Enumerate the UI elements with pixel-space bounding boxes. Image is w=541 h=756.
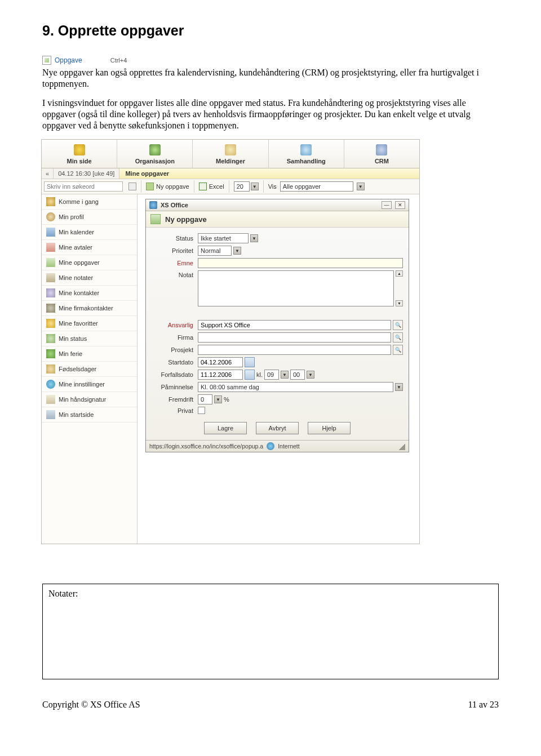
page-footer: Copyright © XS Office AS 11 av 23 <box>42 700 499 710</box>
minimize-button[interactable]: — <box>382 201 392 209</box>
pct-label: % <box>224 396 229 403</box>
note-icon <box>46 273 55 282</box>
emne-input[interactable] <box>198 258 403 268</box>
prioritet-value: Normal <box>201 247 220 254</box>
lagre-button[interactable]: Lagre <box>204 422 247 434</box>
chevron-down-icon[interactable]: ▼ <box>214 395 222 403</box>
new-task-button[interactable]: Ny oppgave <box>141 180 194 193</box>
sidebar-item-min-ferie[interactable]: Min ferie <box>42 346 137 362</box>
chevron-down-icon[interactable]: ▼ <box>251 183 259 190</box>
sidebar-item-mine-favoritter[interactable]: Mine favoritter <box>42 316 137 331</box>
ansvarlig-input[interactable] <box>198 320 391 330</box>
startpage-icon <box>46 410 55 419</box>
minute-select[interactable]: 00 <box>290 370 305 380</box>
tab-label: Min side <box>67 158 92 164</box>
label-fremdrift: Fremdrift <box>152 396 198 403</box>
avbryt-button[interactable]: Avbryt <box>256 422 299 434</box>
binoculars-icon: 🔍 <box>395 322 401 328</box>
tab-samhandling[interactable]: Samhandling <box>269 140 344 168</box>
filter-select[interactable]: Alle oppgaver <box>280 181 353 192</box>
tab-organisasjon[interactable]: Organisasjon <box>117 140 193 168</box>
prosjekt-input[interactable] <box>198 345 391 355</box>
sidebar-item-min-status[interactable]: Min status <box>42 331 137 346</box>
fremdrift-select[interactable]: 0 <box>198 394 212 404</box>
minute-value: 00 <box>293 371 300 378</box>
task-icon <box>42 56 51 65</box>
date-bar: « 04.12 16:30 [uke 49] Mine oppgaver <box>42 168 419 179</box>
close-button[interactable]: ✕ <box>395 201 405 209</box>
notat-textarea[interactable] <box>198 270 394 306</box>
search-button[interactable] <box>124 180 141 193</box>
startdato-input[interactable] <box>198 357 243 367</box>
sidebar-item-mine-kontakter[interactable]: Mine kontakter <box>42 286 137 301</box>
app-frame: Min side Organisasjon Meldinger Samhandl… <box>41 139 420 544</box>
task-icon <box>150 214 161 224</box>
sidebar: Komme i gang Min profil Min kalender Min… <box>42 194 138 544</box>
tab-crm[interactable]: CRM <box>344 140 419 168</box>
page-size-value: 20 <box>237 183 243 190</box>
status-zone: Internett <box>278 443 300 450</box>
sidebar-item-min-kalender[interactable]: Min kalender <box>42 225 137 240</box>
sidebar-item-min-profil[interactable]: Min profil <box>42 210 137 225</box>
lookup-button[interactable]: 🔍 <box>393 332 403 343</box>
paminnelse-select[interactable]: Kl. 08:00 samme dag <box>198 382 393 392</box>
status-select[interactable]: Ikke startet <box>198 233 249 243</box>
status-value: Ikke startet <box>201 235 231 242</box>
sidebar-item-label: Min startside <box>59 411 94 418</box>
scroll-up-icon[interactable]: ▲ <box>396 270 403 277</box>
hour-select[interactable]: 09 <box>264 370 279 380</box>
sidebar-item-mine-firmakontakter[interactable]: Mine firmakontakter <box>42 301 137 316</box>
tab-label: Organisasjon <box>135 158 175 164</box>
sidebar-item-label: Min profil <box>59 214 84 220</box>
sidebar-item-fodselsdager[interactable]: Fødselsdager <box>42 362 137 377</box>
forfallsdato-input[interactable] <box>198 370 243 380</box>
chevron-down-icon[interactable]: ▼ <box>307 371 314 379</box>
notes-box: Notater: <box>42 584 499 679</box>
vacation-icon <box>46 349 55 358</box>
calendar-icon[interactable] <box>245 370 255 380</box>
chevron-down-icon[interactable]: ▼ <box>281 371 289 379</box>
resize-handle-icon[interactable] <box>397 442 405 450</box>
chevron-down-icon[interactable]: ▼ <box>233 247 241 255</box>
sidebar-item-mine-notater[interactable]: Mine notater <box>42 270 137 286</box>
filter-value: Alle oppgaver <box>283 183 321 190</box>
footer-copyright: Copyright © XS Office AS <box>42 700 140 710</box>
label-prioritet: Prioritet <box>152 247 198 254</box>
status-url: https://login.xsoffice.no/inc/xsoffice/p… <box>149 443 263 450</box>
sidebar-item-mine-oppgaver[interactable]: Mine oppgaver <box>42 255 137 270</box>
scroll-down-icon[interactable]: ▼ <box>396 300 403 306</box>
calendar-icon[interactable] <box>245 357 255 367</box>
search-input[interactable] <box>44 181 123 192</box>
collab-icon <box>300 144 312 155</box>
chevron-down-icon[interactable]: ▼ <box>395 383 403 391</box>
label-emne: Emne <box>152 260 198 266</box>
sidebar-item-komme-i-gang[interactable]: Komme i gang <box>42 194 137 210</box>
privat-checkbox[interactable] <box>198 407 205 414</box>
new-task-popup: XS Office — ✕ Ny oppgave Status Ik <box>145 199 409 452</box>
excel-button[interactable]: Excel <box>194 180 229 193</box>
chevron-down-icon[interactable]: ▼ <box>357 183 365 190</box>
tab-min-side[interactable]: Min side <box>42 140 117 168</box>
page-size-select[interactable]: 20 ▼ <box>229 180 263 193</box>
lookup-button[interactable]: 🔍 <box>393 345 403 355</box>
signature-icon <box>46 395 55 404</box>
shortcut-hint: Oppgave Ctrl+4 <box>42 56 499 65</box>
hjelp-button[interactable]: Hjelp <box>308 422 351 434</box>
task-icon <box>46 258 55 267</box>
toolbar: Ny oppgave Excel 20 ▼ Vis Alle oppgaver … <box>42 179 419 194</box>
sidebar-item-mine-avtaler[interactable]: Mine avtaler <box>42 240 137 255</box>
sidebar-item-mine-innstillinger[interactable]: Mine innstillinger <box>42 377 137 392</box>
sidebar-item-min-startside[interactable]: Min startside <box>42 407 137 423</box>
sidebar-item-label: Mine firmakontakter <box>59 305 113 312</box>
prioritet-select[interactable]: Normal <box>198 246 232 256</box>
sidebar-item-min-handsignatur[interactable]: Min håndsignatur <box>42 392 137 407</box>
status-icon <box>46 334 55 343</box>
chevron-down-icon[interactable]: ▼ <box>250 234 258 242</box>
fremdrift-value: 0 <box>201 396 204 403</box>
firma-input[interactable] <box>198 332 391 343</box>
crm-icon <box>376 144 387 155</box>
tab-meldinger[interactable]: Meldinger <box>193 140 268 168</box>
collapse-chevron-icon[interactable]: « <box>42 168 54 179</box>
tab-label: CRM <box>375 158 389 164</box>
lookup-button[interactable]: 🔍 <box>393 320 403 330</box>
